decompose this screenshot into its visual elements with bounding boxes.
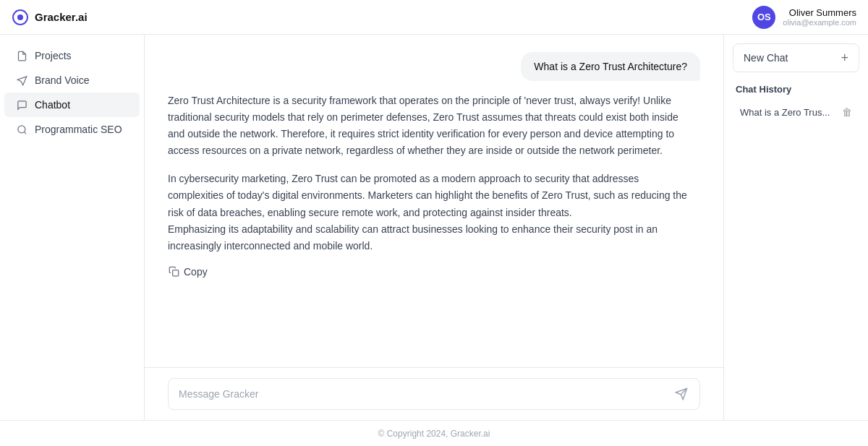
history-item-text: What is a Zero Trus... bbox=[740, 107, 838, 118]
history-item[interactable]: What is a Zero Trus... 🗑 bbox=[733, 100, 859, 124]
footer: © Copyright 2024, Gracker.ai bbox=[0, 420, 868, 446]
seo-icon bbox=[16, 124, 27, 135]
right-panel: New Chat + Chat History What is a Zero T… bbox=[723, 35, 868, 420]
new-chat-label: New Chat bbox=[744, 52, 788, 64]
sidebar-label-seo: Programmatic SEO bbox=[35, 124, 122, 135]
chat-input-area bbox=[145, 367, 723, 420]
send-icon bbox=[675, 387, 688, 400]
chat-messages: What is a Zero Trust Architecture? Zero … bbox=[145, 35, 723, 367]
file-icon bbox=[16, 50, 27, 61]
assistant-paragraph-2: In cybersecurity marketing, Zero Trust c… bbox=[168, 171, 689, 254]
main-layout: Projects Brand Voice Chatbot Programmati… bbox=[0, 35, 868, 420]
chat-input-wrapper bbox=[168, 378, 700, 410]
user-message-text: What is a Zero Trust Architecture? bbox=[534, 61, 687, 72]
assistant-message: Zero Trust Architecture is a security fr… bbox=[168, 93, 700, 280]
assistant-bubble: Zero Trust Architecture is a security fr… bbox=[168, 93, 689, 254]
user-name: Oliver Summers bbox=[789, 7, 856, 18]
plus-icon: + bbox=[841, 51, 848, 64]
svg-point-1 bbox=[17, 14, 23, 20]
assistant-paragraph-1: Zero Trust Architecture is a security fr… bbox=[168, 93, 689, 159]
sidebar-item-chatbot[interactable]: Chatbot bbox=[4, 93, 140, 117]
user-email: olivia@example.com bbox=[783, 18, 856, 27]
copy-label: Copy bbox=[184, 266, 208, 278]
svg-rect-4 bbox=[172, 270, 178, 276]
send-button[interactable] bbox=[673, 386, 689, 402]
user-info: Oliver Summers olivia@example.com bbox=[783, 7, 856, 27]
sidebar: Projects Brand Voice Chatbot Programmati… bbox=[0, 35, 145, 420]
delete-icon[interactable]: 🗑 bbox=[842, 106, 852, 118]
sidebar-item-projects[interactable]: Projects bbox=[4, 43, 140, 68]
sidebar-item-programmatic-seo[interactable]: Programmatic SEO bbox=[4, 117, 140, 142]
copy-button[interactable]: Copy bbox=[168, 263, 700, 280]
logo: Gracker.ai bbox=[12, 9, 88, 26]
copy-icon bbox=[168, 266, 179, 278]
sidebar-item-brand-voice[interactable]: Brand Voice bbox=[4, 68, 140, 93]
avatar: OS bbox=[752, 6, 775, 29]
megaphone-icon bbox=[16, 74, 27, 86]
logo-icon bbox=[12, 9, 29, 26]
svg-point-2 bbox=[17, 125, 25, 132]
user-bubble: What is a Zero Trust Architecture? bbox=[521, 52, 700, 81]
chat-history-title: Chat History bbox=[736, 84, 856, 95]
logo-text: Gracker.ai bbox=[35, 11, 88, 23]
svg-line-3 bbox=[24, 132, 26, 134]
user-message: What is a Zero Trust Architecture? bbox=[168, 52, 700, 81]
user-area: OS Oliver Summers olivia@example.com bbox=[752, 6, 856, 29]
chat-input[interactable] bbox=[179, 388, 673, 400]
sidebar-label-chatbot: Chatbot bbox=[35, 99, 70, 111]
chat-icon bbox=[16, 99, 27, 111]
new-chat-button[interactable]: New Chat + bbox=[733, 43, 859, 72]
chat-area: What is a Zero Trust Architecture? Zero … bbox=[145, 35, 723, 420]
app-header: Gracker.ai OS Oliver Summers olivia@exam… bbox=[0, 0, 868, 35]
sidebar-label-brand-voice: Brand Voice bbox=[35, 74, 90, 86]
footer-text: © Copyright 2024, Gracker.ai bbox=[378, 429, 490, 439]
sidebar-label-projects: Projects bbox=[35, 50, 72, 61]
